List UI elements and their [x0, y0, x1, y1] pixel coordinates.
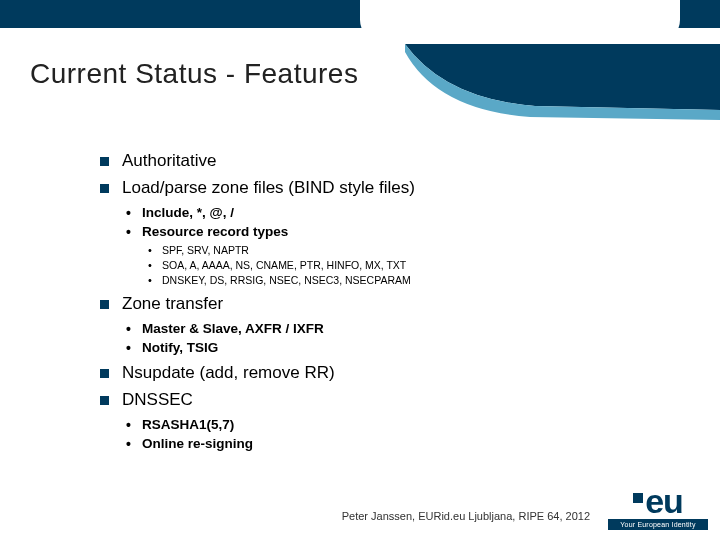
bullet-text: RSASHA1(5,7): [142, 417, 234, 432]
bullet-text: Resource record types: [142, 224, 288, 239]
bullet-text: Online re-signing: [142, 436, 253, 451]
logo-mark: eu: [633, 482, 683, 520]
footer-text: Peter Janssen, EURid.eu Ljubljana, RIPE …: [342, 510, 590, 522]
list-item: Zone transfer Master & Slave, AXFR / IXF…: [100, 293, 680, 358]
eu-logo: eu Your European Identity: [608, 486, 708, 530]
bullet-text: Master & Slave, AXFR / IXFR: [142, 321, 324, 336]
list-item: Nsupdate (add, remove RR): [100, 362, 680, 385]
list-item: Load/parse zone files (BIND style files)…: [100, 177, 680, 289]
slide-title: Current Status - Features: [30, 58, 358, 90]
list-item: Authoritative: [100, 150, 680, 173]
logo-slogan: Your European Identity: [608, 519, 708, 530]
bullet-text: SOA, A, AAAA, NS, CNAME, PTR, HINFO, MX,…: [162, 259, 406, 271]
bullet-text: Authoritative: [122, 151, 217, 170]
list-item: SOA, A, AAAA, NS, CNAME, PTR, HINFO, MX,…: [148, 258, 680, 273]
bullet-text: Include, *, @, /: [142, 205, 234, 220]
header-swoosh: [405, 44, 720, 156]
header-notch: [360, 0, 680, 42]
bullet-text: DNSSEC: [122, 390, 193, 409]
list-item: Include, *, @, /: [126, 203, 680, 223]
list-item: Notify, TSIG: [126, 338, 680, 358]
list-item: Resource record types SPF, SRV, NAPTR SO…: [126, 222, 680, 288]
list-item: DNSSEC RSASHA1(5,7) Online re-signing: [100, 389, 680, 454]
bullet-text: Zone transfer: [122, 294, 223, 313]
bullet-text: DNSKEY, DS, RRSIG, NSEC, NSEC3, NSECPARA…: [162, 274, 411, 286]
logo-text: eu: [645, 482, 683, 520]
bullet-text: SPF, SRV, NAPTR: [162, 244, 249, 256]
slide-body: Authoritative Load/parse zone files (BIN…: [100, 150, 680, 458]
bullet-text: Notify, TSIG: [142, 340, 218, 355]
list-item: Master & Slave, AXFR / IXFR: [126, 319, 680, 339]
logo-dot-icon: [633, 493, 643, 503]
list-item: RSASHA1(5,7): [126, 415, 680, 435]
list-item: DNSKEY, DS, RRSIG, NSEC, NSEC3, NSECPARA…: [148, 273, 680, 288]
list-item: Online re-signing: [126, 434, 680, 454]
list-item: SPF, SRV, NAPTR: [148, 243, 680, 258]
bullet-text: Load/parse zone files (BIND style files): [122, 178, 415, 197]
bullet-text: Nsupdate (add, remove RR): [122, 363, 335, 382]
